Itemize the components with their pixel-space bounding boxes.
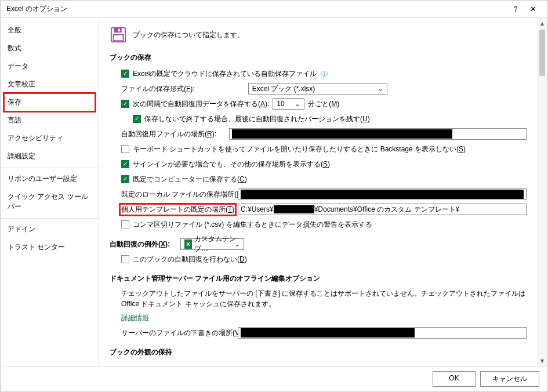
link-more-info[interactable]: 詳細情報: [121, 313, 149, 323]
sidebar-item-9[interactable]: クイック アクセス ツール バー: [1, 188, 99, 216]
sidebar-item-10[interactable]: アドイン: [1, 218, 99, 238]
info-icon[interactable]: ⓘ: [321, 70, 328, 78]
lbl-csv-warn: コンマ区切りファイル (*.csv) を編集するときにデータ損失の警告を表示する: [133, 220, 372, 230]
sidebar-item-8[interactable]: リボンのユーザー設定: [1, 168, 99, 188]
section-autorecover-except: 自動回復の例外(X):: [110, 239, 170, 249]
lbl-autosave-cloud: Excelの既定でクラウドに保存されている自動保存ファイル: [133, 69, 317, 79]
lbl-default-local: 既定のローカル ファイルの保存場所(I):: [121, 190, 234, 199]
sidebar-item-1[interactable]: 数式: [1, 39, 99, 57]
lbl-disable-autorecover: このブックの自動回復を行わない(D): [133, 255, 247, 264]
scrollbar[interactable]: ▴ ▾: [537, 18, 547, 366]
svg-rect-1: [114, 28, 122, 32]
lbl-save-computer: 既定でコンピューターに保存する(C): [133, 175, 247, 184]
cancel-button[interactable]: キャンセル: [480, 371, 539, 387]
sidebar-item-3[interactable]: 文章校正: [1, 75, 99, 93]
lbl-file-format: ファイルの保存形式(F):: [121, 84, 195, 94]
sidebar-item-4[interactable]: 保存: [1, 93, 99, 111]
save-icon: [110, 26, 127, 43]
help-button[interactable]: ?: [507, 5, 524, 13]
input-default-local[interactable]: [238, 188, 527, 200]
sidebar-item-11[interactable]: トラスト センター: [1, 238, 99, 256]
excel-icon: X: [184, 239, 192, 249]
chk-other-loc[interactable]: [121, 160, 129, 168]
lbl-autorecover-interval: 次の間隔で自動回復用データを保存する(A):: [133, 99, 269, 109]
sidebar-item-2[interactable]: データ: [1, 57, 99, 75]
ok-button[interactable]: OK: [433, 371, 476, 387]
chk-backstage[interactable]: [121, 145, 129, 153]
section-appearance: ブックの外観の保持: [110, 347, 527, 357]
chk-keep-last[interactable]: [133, 115, 141, 123]
template-path-prefix: C:¥Users¥: [241, 205, 274, 213]
lbl-autorecover-loc: 自動回復用ファイルの場所(R):: [121, 129, 226, 139]
options-content: ブックの保存について指定します。 ブックの保存 Excelの既定でクラウドに保存…: [99, 18, 537, 366]
scroll-down-icon[interactable]: ▾: [537, 355, 547, 366]
lbl-other-loc: サインインが必要な場合でも、その他の保存場所を表示する(S): [133, 159, 330, 169]
offline-note: チェックアウトしたファイルをサーバーの [下書き] に保存することはサポートされ…: [110, 288, 527, 309]
chk-csv-warn[interactable]: [121, 220, 129, 228]
scroll-thumb[interactable]: [539, 30, 545, 76]
page-header-text: ブックの保存について指定します。: [133, 30, 244, 40]
section-offline: ドキュメント管理サーバー ファイル用のオフライン編集オプション: [110, 274, 527, 284]
spin-autorecover-minutes[interactable]: 10: [273, 98, 304, 110]
section-save-books: ブックの保存: [110, 53, 527, 63]
select-except-book[interactable]: X カスタムテンプ…: [180, 238, 244, 250]
lbl-autorecover-unit: 分ごと(M): [308, 99, 339, 109]
options-sidebar: 全般数式データ文章校正保存言語アクセシビリティ詳細設定リボンのユーザー設定クイッ…: [1, 18, 99, 366]
chk-disable-autorecover[interactable]: [121, 255, 129, 263]
sidebar-item-0[interactable]: 全般: [1, 21, 99, 39]
sidebar-item-7[interactable]: 詳細設定: [1, 147, 99, 165]
input-drafts-loc[interactable]: [238, 327, 527, 339]
template-path-suffix: ¥Documents¥Office のカスタム テンプレート¥: [314, 205, 460, 215]
select-file-format[interactable]: Excel ブック (*.xlsx): [248, 83, 387, 95]
input-template-loc[interactable]: C:¥Users¥ ¥Documents¥Office のカスタム テンプレート…: [238, 204, 527, 215]
sidebar-item-6[interactable]: アクセシビリティ: [1, 129, 99, 147]
svg-rect-3: [114, 35, 124, 41]
sidebar-item-5[interactable]: 言語: [1, 111, 99, 129]
chk-save-computer[interactable]: [121, 175, 129, 183]
lbl-template-loc: 個人用テンプレートの既定の場所(T):: [121, 205, 234, 215]
lbl-keep-last: 保存しないで終了する場合、最後に自動回復されたバージョンを残す(U): [144, 114, 370, 124]
window-title: Excel のオプション: [6, 4, 507, 14]
scroll-up-icon[interactable]: ▴: [537, 18, 547, 28]
lbl-drafts-loc: サーバーのファイルの下書きの場所(V):: [121, 328, 234, 338]
close-button[interactable]: ✕: [524, 5, 542, 13]
lbl-backstage: キーボード ショートカットを使ってファイルを開いたり保存したりするときに Bac…: [133, 144, 466, 154]
input-autorecover-loc[interactable]: [229, 128, 527, 140]
chk-autosave-cloud[interactable]: [121, 70, 129, 78]
chk-autorecover-interval[interactable]: [121, 100, 129, 108]
svg-rect-2: [118, 29, 120, 32]
